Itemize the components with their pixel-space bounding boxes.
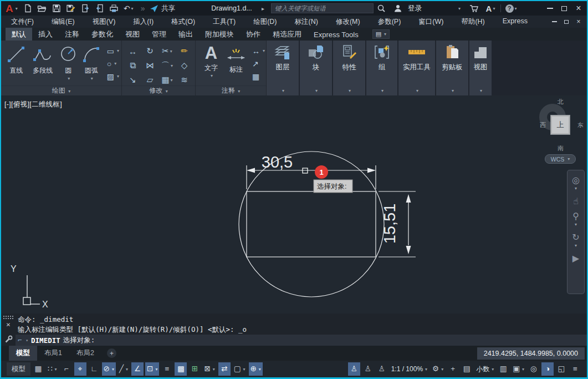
units-icon-button[interactable]: ▤ — [461, 362, 473, 376]
text-button[interactable]: A 文字 ▾ — [199, 43, 223, 85]
app-menu-button[interactable]: A ▾ — [3, 3, 20, 14]
redo-button[interactable]: » — [136, 2, 150, 14]
circle-button[interactable]: 圆 ▾ — [58, 43, 79, 85]
object-snap-toggle[interactable]: ⊡▾ — [145, 362, 159, 376]
menu-dimension[interactable]: 标注(N) — [286, 17, 327, 27]
drawing-canvas[interactable]: 30,5 15,51 1 选择对象: Y X [-][俯视][二维线框] — [1, 95, 587, 314]
doc-minimize-button[interactable] — [548, 17, 560, 27]
fillet-button[interactable]: ⌒▾ — [158, 58, 176, 73]
copy-button[interactable]: ⧉ — [124, 58, 141, 73]
new-file-button[interactable] — [21, 2, 34, 14]
leader-button[interactable]: ↗ — [252, 60, 265, 68]
model-space-toggle[interactable]: 模型 — [7, 362, 30, 376]
erase-button[interactable]: ✏ — [176, 44, 193, 58]
search-button[interactable] — [375, 2, 388, 14]
menu-window[interactable]: 窗口(W) — [410, 17, 452, 27]
mirror-button[interactable]: ⋈ — [141, 58, 158, 73]
polyline-button[interactable]: 多段线 — [28, 43, 58, 85]
dynamic-input-toggle[interactable]: ⌖ — [74, 362, 86, 376]
pan-button[interactable]: ☝ — [573, 197, 579, 206]
move-button[interactable]: ↔ — [124, 44, 141, 58]
ribbon-display-toggle[interactable]: ▤ ▾ — [372, 29, 390, 39]
snap-mode-toggle[interactable]: ∷▾ — [46, 362, 59, 376]
3d-object-snap-toggle[interactable]: ⊠▾ — [202, 362, 216, 376]
viewcube-west[interactable]: 西 — [540, 121, 546, 129]
tab-insert[interactable]: 插入 — [32, 28, 59, 41]
show-motion-button[interactable]: ▶ — [572, 254, 579, 263]
table-button[interactable]: ▦ — [252, 73, 265, 80]
viewcube-east[interactable]: 东 — [577, 121, 584, 129]
selection-filtering-toggle[interactable]: ▢▾ — [232, 362, 247, 376]
annotation-scale-button[interactable]: ♙ — [376, 362, 388, 376]
object-snap-tracking-toggle[interactable]: ∠ — [131, 362, 144, 376]
save-button[interactable] — [50, 2, 63, 14]
commandline-close-button[interactable]: × — [6, 321, 11, 328]
viewport-controls[interactable]: [-][俯视][二维线框] — [4, 100, 63, 109]
units-value[interactable]: 小数▾ — [474, 362, 495, 376]
wcs-dropdown[interactable]: WCS ▾ — [545, 154, 576, 164]
lock-ui-button[interactable]: ▣▾ — [511, 362, 526, 376]
save-as-button[interactable] — [64, 2, 78, 14]
steering-wheel-button[interactable]: ◎▾ — [572, 176, 580, 191]
dimension-text-horizontal[interactable]: 30,5 — [262, 153, 293, 171]
menu-modify[interactable]: 修改(M) — [327, 17, 369, 27]
layers-panel-button[interactable]: 图层 ▾ — [267, 41, 300, 95]
close-button[interactable]: × — [571, 2, 586, 15]
menu-view[interactable]: 视图(V) — [84, 17, 125, 27]
layout1-tab[interactable]: 布局1 — [37, 346, 69, 361]
plot-button[interactable] — [108, 2, 121, 14]
selection-cycling-toggle[interactable]: ⊞ — [188, 362, 201, 376]
viewcube[interactable]: 上 北 南 西 东 WCS ▾ — [533, 99, 587, 160]
doc-restore-button[interactable] — [560, 17, 572, 27]
maximize-button[interactable] — [557, 2, 571, 15]
trim-button[interactable]: ✂▾ — [158, 44, 176, 58]
commandline-customize-button[interactable] — [4, 335, 13, 343]
tab-express-tools[interactable]: Express Tools — [308, 28, 365, 41]
rectangle-button[interactable]: ▭▾ — [107, 47, 119, 55]
viewcube-north[interactable]: 北 — [558, 98, 564, 106]
viewcube-south[interactable]: 南 — [558, 144, 564, 153]
tab-parametric[interactable]: 参数化 — [85, 28, 119, 41]
recent-commands-dropdown[interactable]: ▾ — [25, 338, 28, 343]
menu-express[interactable]: Express — [494, 17, 536, 27]
tab-collaborate[interactable]: 协作 — [240, 28, 267, 41]
annotation-visibility-toggle[interactable]: ♙ — [348, 362, 360, 376]
model-tab[interactable]: 模型 — [9, 346, 37, 361]
search-input[interactable]: 键入关键字或短语 — [271, 3, 374, 13]
explode-button[interactable]: ◇ — [176, 58, 193, 73]
transparency-toggle[interactable]: ▩ — [175, 362, 187, 376]
isolate-objects-button[interactable]: ◎ — [528, 362, 540, 376]
undo-button[interactable]: ↶▾ — [122, 2, 135, 14]
commandline-drag-handle[interactable] — [3, 315, 14, 319]
annotation-panel-label[interactable]: 注释 ▾ — [196, 85, 266, 95]
block-panel-button[interactable]: 块 ▾ — [300, 41, 333, 95]
tab-annotate[interactable]: 注释 — [59, 28, 85, 41]
groups-panel-button[interactable]: 组 ▾ — [366, 41, 398, 95]
dimension-button[interactable]: 标注 — [223, 43, 249, 85]
menu-insert[interactable]: 插入(I) — [124, 17, 162, 27]
statusbar-plus-button[interactable]: + — [447, 362, 459, 376]
menu-help[interactable]: 帮助(H) — [452, 17, 493, 27]
tab-featured-apps[interactable]: 精选应用 — [267, 28, 308, 41]
signin-avatar-icon[interactable] — [391, 2, 405, 14]
tab-add-ins[interactable]: 附加模块 — [199, 28, 240, 41]
customize-statusbar-button[interactable]: ≡ — [569, 362, 581, 376]
menu-draw[interactable]: 绘图(D) — [244, 17, 285, 27]
clipboard-panel-button[interactable]: 剪贴板 ▾ — [436, 41, 469, 95]
menu-parametric[interactable]: 参数(P) — [369, 17, 410, 27]
ortho-mode-toggle[interactable]: ∟ — [88, 362, 100, 376]
properties-palette-button[interactable]: ▥ — [497, 362, 509, 376]
menu-tools[interactable]: 工具(T) — [204, 17, 244, 27]
lineweight-toggle[interactable]: ≡ — [161, 362, 173, 376]
modify-panel-label[interactable]: 修改 ▾ — [122, 85, 195, 95]
menu-edit[interactable]: 编辑(E) — [43, 17, 84, 27]
rotate-button[interactable]: ↻ — [141, 44, 158, 58]
titlebar-more-dropdown[interactable]: ▾ — [458, 6, 461, 11]
grid-display-toggle[interactable]: ▦ — [32, 362, 44, 376]
help-button[interactable]: ? ▾ — [504, 2, 518, 14]
properties-panel-button[interactable]: 特性 ▾ — [333, 41, 366, 95]
menu-file[interactable]: 文件(F) — [2, 17, 43, 27]
linear-dimension-button[interactable]: ↔▾ — [252, 47, 265, 55]
open-from-web-mobile-button[interactable] — [79, 2, 92, 14]
menu-format[interactable]: 格式(O) — [162, 17, 204, 27]
